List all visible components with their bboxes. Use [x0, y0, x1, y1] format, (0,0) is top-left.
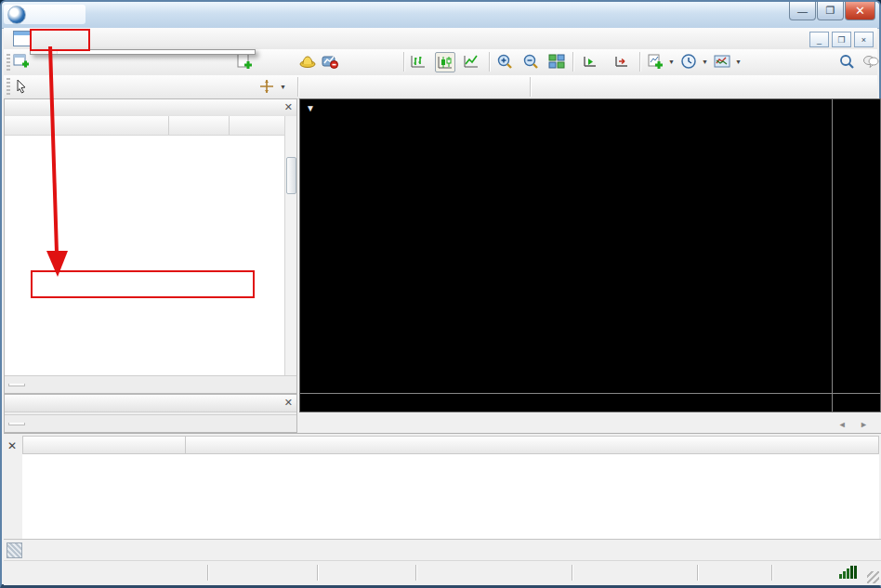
- periods-button[interactable]: ▼: [680, 53, 708, 70]
- chart-window-icon[interactable]: [13, 31, 31, 46]
- chart-shift-icon[interactable]: [613, 53, 630, 70]
- templates-dropdown-arrow: ▼: [735, 59, 742, 65]
- column-info[interactable]: [186, 436, 879, 454]
- navigator-close-icon[interactable]: ✕: [284, 397, 293, 408]
- metaeditor-icon[interactable]: [299, 53, 316, 70]
- scrollbar-thumb[interactable]: [286, 157, 296, 194]
- connection-bars-icon: [839, 566, 857, 579]
- indicators-icon: [647, 53, 664, 70]
- tile-windows-icon[interactable]: [548, 53, 565, 70]
- templates-icon: [714, 53, 730, 70]
- auto-scroll-icon[interactable]: [582, 53, 598, 70]
- terminal-tab-bar: [4, 539, 881, 560]
- market-watch-close-icon[interactable]: ✕: [284, 101, 293, 112]
- column-buy[interactable]: [230, 116, 285, 135]
- toolbar-grip[interactable]: [7, 54, 10, 71]
- tab-scroll-arrows[interactable]: ◄ ►: [838, 420, 874, 429]
- mdi-restore-button[interactable]: ❐: [832, 32, 851, 47]
- crosshair-dropdown-button[interactable]: ▼: [258, 78, 286, 95]
- column-sell[interactable]: [169, 116, 230, 135]
- chart-collapse-icon[interactable]: ▼: [306, 103, 315, 113]
- chart-window[interactable]: ▼: [299, 98, 881, 412]
- zoom-out-icon[interactable]: [522, 53, 539, 70]
- column-symbol[interactable]: [5, 116, 169, 135]
- chart-tab-bar: ◄ ►: [299, 412, 881, 433]
- market-watch-table: [5, 116, 285, 376]
- mdi-minimize-button[interactable]: _: [809, 32, 829, 47]
- tab-symbols[interactable]: [8, 384, 25, 386]
- candlestick-chart-icon[interactable]: [435, 52, 455, 72]
- autotrading-button[interactable]: [322, 53, 342, 70]
- panel-pattern-icon[interactable]: [7, 542, 22, 558]
- resize-grip[interactable]: [867, 571, 879, 583]
- line-chart-icon[interactable]: [463, 53, 480, 70]
- periods-clock-icon: [680, 53, 697, 70]
- zoom-in-icon[interactable]: [496, 53, 513, 70]
- timeframes-toolbar: ▼: [4, 75, 877, 99]
- autotrading-icon: [322, 53, 338, 70]
- tab-common[interactable]: [8, 423, 25, 425]
- status-bar: [4, 560, 881, 585]
- terminal-content: [22, 454, 879, 539]
- price-axis[interactable]: [832, 99, 880, 412]
- title-bar: — ❐ ✕: [2, 2, 879, 29]
- file-menu-dropdown: [30, 49, 256, 55]
- templates-button[interactable]: ▼: [714, 53, 742, 70]
- bar-chart-icon[interactable]: [410, 53, 427, 70]
- column-time[interactable]: [22, 436, 186, 454]
- navigator-title: ✕: [5, 395, 296, 412]
- market-watch-tabs: [5, 375, 296, 393]
- navigator-tabs: [5, 414, 296, 432]
- crosshair-icon: [258, 78, 275, 95]
- indicators-dropdown-arrow: ▼: [668, 59, 675, 65]
- terminal-close-icon[interactable]: ✕: [7, 439, 17, 452]
- market-watch-scrollbar[interactable]: [284, 116, 296, 376]
- app-logo-icon: [7, 6, 26, 24]
- indicators-button[interactable]: ▼: [647, 53, 675, 70]
- restore-button[interactable]: ❐: [817, 2, 844, 20]
- market-watch-title: ✕: [5, 99, 296, 117]
- mdi-close-button[interactable]: ×: [854, 32, 874, 47]
- navigator-panel: ✕: [4, 394, 297, 433]
- application-window: — ❐ ✕ _ ❐ ×: [0, 0, 881, 588]
- new-order-button[interactable]: [236, 53, 256, 70]
- terminal-panel: ✕: [4, 433, 881, 540]
- new-order-icon: [236, 53, 253, 70]
- toolbar-grip[interactable]: [7, 78, 10, 95]
- menu-bar: _ ❐ ×: [4, 28, 877, 50]
- chat-icon[interactable]: [862, 53, 879, 70]
- cursor-icon[interactable]: [13, 78, 30, 95]
- minimize-button[interactable]: —: [789, 2, 816, 20]
- status-profile[interactable]: [208, 561, 317, 584]
- crosshair-dropdown-arrow: ▼: [280, 84, 286, 90]
- close-button[interactable]: ✕: [845, 2, 875, 20]
- market-watch-header: [5, 116, 285, 136]
- candlestick-chart[interactable]: [301, 102, 832, 392]
- chart-ohlc-header: ▼: [306, 103, 315, 113]
- new-chart-toolbar-icon[interactable]: [13, 53, 30, 70]
- periods-dropdown-arrow: ▼: [702, 59, 708, 65]
- time-axis[interactable]: [300, 393, 880, 412]
- search-icon[interactable]: [838, 53, 855, 70]
- market-watch-panel: ✕: [4, 98, 297, 394]
